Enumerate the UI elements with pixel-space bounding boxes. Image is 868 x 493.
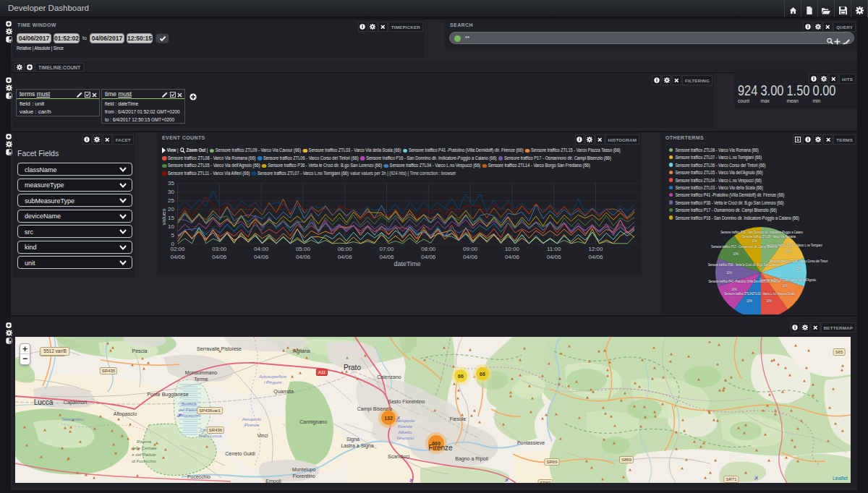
svg-text:04/06: 04/06 <box>254 254 269 260</box>
svg-text:30: 30 <box>168 189 174 195</box>
svg-text:132: 132 <box>384 416 393 421</box>
svg-text:66: 66 <box>480 372 485 377</box>
svg-text:08:00: 08:00 <box>421 246 436 252</box>
svg-text:07:00: 07:00 <box>379 246 394 252</box>
svg-text:15: 15 <box>168 215 174 221</box>
svg-text:03:00: 03:00 <box>212 246 227 252</box>
svg-text:20: 20 <box>168 206 174 213</box>
svg-text:04/06: 04/06 <box>421 254 436 260</box>
svg-text:10:00: 10:00 <box>505 246 520 252</box>
svg-text:05:00: 05:00 <box>296 246 311 252</box>
svg-text:66: 66 <box>458 374 464 379</box>
svg-text:09:00: 09:00 <box>463 246 478 252</box>
svg-text:04/06: 04/06 <box>296 254 311 260</box>
svg-text:04/06: 04/06 <box>463 254 478 260</box>
svg-text:25: 25 <box>168 197 174 204</box>
svg-text:12:00: 12:00 <box>588 246 603 252</box>
svg-text:04/06: 04/06 <box>547 254 562 260</box>
svg-text:04/06: 04/06 <box>170 254 185 260</box>
svg-text:04/06: 04/06 <box>212 254 227 260</box>
svg-text:04/06: 04/06 <box>505 254 520 260</box>
svg-text:5: 5 <box>171 232 175 239</box>
svg-text:11:00: 11:00 <box>547 246 561 252</box>
svg-text:04/06: 04/06 <box>338 254 353 260</box>
svg-text:04:00: 04:00 <box>254 246 269 252</box>
svg-text:02:00: 02:00 <box>170 246 185 252</box>
svg-text:35: 35 <box>168 181 174 187</box>
svg-text:04/06: 04/06 <box>588 254 603 260</box>
svg-text:values: values <box>162 208 167 225</box>
svg-text:dateTime: dateTime <box>393 260 420 267</box>
svg-text:06:00: 06:00 <box>338 246 353 252</box>
svg-text:10: 10 <box>168 223 174 230</box>
svg-text:04/06: 04/06 <box>379 254 394 260</box>
